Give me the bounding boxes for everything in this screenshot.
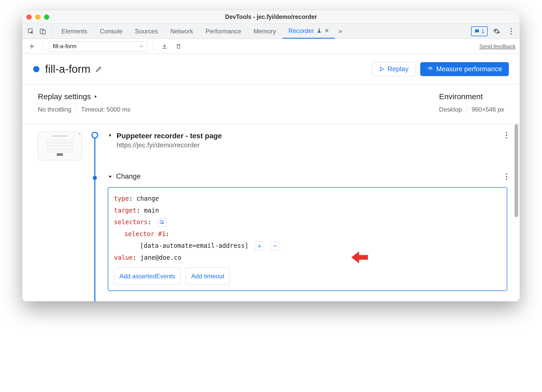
device-toolbar-icon[interactable]: [37, 26, 48, 37]
console-messages-button[interactable]: 1: [471, 26, 488, 36]
devtools-window: DevTools - jec.fyi/demo/recorder Element…: [22, 10, 520, 301]
add-selector-icon[interactable]: +: [255, 241, 264, 251]
step-title: Puppeteer recorder - test page: [117, 132, 222, 140]
measure-label: Measure performance: [436, 65, 502, 73]
divider: [76, 106, 76, 113]
step-change-label: Change: [116, 172, 141, 180]
env-device: Desktop: [439, 106, 462, 113]
prop-selector1-key: selector #1: [124, 230, 166, 238]
collapse-step-icon[interactable]: [108, 174, 112, 179]
svg-point-12: [506, 178, 507, 180]
tab-elements[interactable]: Elements: [56, 24, 93, 39]
prop-type-key: type: [114, 195, 129, 202]
svg-point-4: [511, 31, 512, 32]
recording-status-dot: [33, 66, 39, 72]
tab-console[interactable]: Console: [94, 24, 128, 39]
tab-memory[interactable]: Memory: [248, 24, 282, 39]
edit-title-icon[interactable]: [95, 66, 102, 73]
prop-selector1-value[interactable]: [data-automate=email-address]: [140, 242, 248, 249]
tab-recorder[interactable]: Recorder ✕: [283, 24, 335, 39]
timeout-value: Timeout: 5000 ms: [81, 106, 130, 113]
more-tabs-icon[interactable]: »: [336, 27, 345, 35]
measure-performance-button[interactable]: Measure performance: [420, 62, 509, 76]
svg-point-6: [430, 69, 430, 69]
svg-point-3: [511, 28, 512, 29]
tab-recorder-label: Recorder: [288, 27, 314, 34]
timeline: [90, 132, 100, 291]
step-details-box: type: change target: main selectors: sel…: [108, 187, 507, 291]
inspect-element-icon[interactable]: [25, 26, 36, 37]
recording-select[interactable]: fill-a-form: [49, 41, 147, 52]
replay-label: Replay: [388, 65, 409, 73]
prop-value-key: value: [114, 254, 133, 261]
panel-tabs: Elements Console Sources Network Perform…: [22, 24, 520, 39]
remove-selector-icon[interactable]: −: [270, 241, 280, 251]
settings-icon[interactable]: [491, 26, 502, 37]
divider: [153, 42, 153, 50]
element-picker-icon[interactable]: [158, 218, 167, 227]
window-title: DevTools - jec.fyi/demo/recorder: [22, 13, 520, 20]
svg-point-9: [506, 137, 507, 139]
step-navigate: Puppeteer recorder - test page https://j…: [108, 132, 507, 149]
svg-point-8: [506, 135, 507, 136]
prop-target-value[interactable]: main: [144, 207, 159, 214]
add-timeout-button[interactable]: Add timeout: [186, 267, 230, 285]
env-size: 960×546 px: [472, 106, 504, 113]
divider: [467, 106, 467, 113]
svg-point-7: [506, 132, 507, 133]
step-menu-icon[interactable]: [506, 173, 507, 180]
chevron-down-icon: [139, 44, 144, 49]
recorder-toolbar: fill-a-form Send feedback: [22, 39, 520, 54]
prop-value-value[interactable]: jane@doe.co: [140, 254, 181, 261]
flask-icon: [317, 28, 322, 33]
add-asserted-events-button[interactable]: Add assertedEvents: [114, 267, 181, 285]
divider: [43, 42, 43, 50]
tab-network[interactable]: Network: [165, 24, 199, 39]
recording-title: fill-a-form: [45, 63, 90, 75]
timeline-start-node: [91, 132, 98, 139]
annotation-arrow-icon: [351, 251, 368, 264]
chat-icon: [474, 28, 480, 34]
send-feedback-link[interactable]: Send feedback: [479, 43, 516, 49]
step-url: https://jec.fyi/demo/recorder: [117, 141, 222, 149]
recording-select-value: fill-a-form: [53, 43, 77, 50]
kebab-menu-icon[interactable]: [506, 26, 517, 37]
environment-heading: Environment: [439, 92, 504, 101]
delete-icon[interactable]: [173, 41, 184, 52]
svg-rect-2: [42, 30, 45, 34]
prop-type-value[interactable]: change: [137, 195, 159, 202]
play-icon: [379, 66, 384, 72]
chevron-right-icon: [94, 95, 98, 99]
settings-row: Replay settings No throttling Timeout: 5…: [22, 84, 520, 124]
new-recording-icon[interactable]: [26, 41, 37, 52]
tab-performance[interactable]: Performance: [200, 24, 247, 39]
replay-button[interactable]: Replay: [372, 62, 416, 76]
step-change: Change type: change target: main selecto…: [108, 172, 507, 291]
expand-step-icon[interactable]: [108, 133, 112, 137]
svg-point-5: [511, 33, 512, 34]
svg-point-11: [506, 176, 507, 177]
gauge-icon: [427, 66, 433, 72]
close-tab-icon[interactable]: ✕: [324, 27, 329, 34]
export-icon[interactable]: [159, 41, 170, 52]
titlebar: DevTools - jec.fyi/demo/recorder: [22, 10, 520, 24]
step-thumbnail: form for test: [38, 132, 82, 160]
prop-target-key: target: [114, 207, 137, 214]
replay-settings-heading[interactable]: Replay settings: [38, 92, 131, 101]
messages-count: 1: [481, 28, 484, 35]
steps-panel: form for test: [22, 124, 520, 301]
step-menu-icon[interactable]: [506, 132, 507, 139]
throttling-value: No throttling: [38, 106, 71, 113]
scrollbar[interactable]: [515, 124, 518, 217]
recording-header: fill-a-form Replay Measure performance: [22, 54, 520, 84]
prop-selectors-key: selectors: [114, 219, 148, 226]
svg-point-10: [506, 173, 507, 175]
tab-sources[interactable]: Sources: [129, 24, 163, 39]
timeline-step-node: [93, 176, 97, 180]
divider: [52, 27, 52, 35]
